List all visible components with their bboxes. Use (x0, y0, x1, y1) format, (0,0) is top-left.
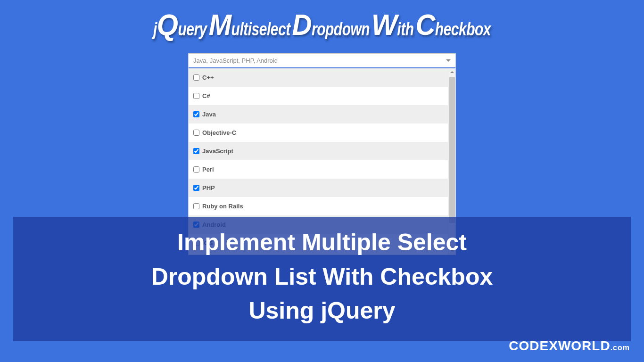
option-checkbox[interactable] (193, 74, 199, 81)
title-w4-big: W (372, 7, 397, 42)
dropdown-option[interactable]: C++ (189, 68, 448, 87)
scroll-up-arrow-icon[interactable] (448, 68, 455, 76)
option-checkbox[interactable] (193, 185, 199, 191)
dropdown-option[interactable]: PHP (189, 179, 448, 197)
title-w5-rest: heckbox (435, 19, 491, 40)
page-title: jQuery Multiselect Dropdown With Checkbo… (0, 0, 644, 40)
brand-suffix: .com (611, 344, 630, 352)
option-label: C# (202, 92, 210, 99)
title-w1-rest: uery (178, 19, 206, 40)
option-label: Ruby on Rails (202, 203, 243, 210)
subtitle-banner: Implement Multiple Select Dropdown List … (13, 217, 631, 341)
title-w4-rest: ith (397, 19, 413, 40)
banner-line-3: Using jQuery (23, 294, 621, 328)
banner-line-2: Dropdown List With Checkbox (23, 260, 621, 294)
option-checkbox[interactable] (193, 203, 199, 209)
title-w1-small: j (153, 19, 157, 40)
chevron-down-icon (446, 59, 451, 62)
title-w2-rest: ultiselect (231, 19, 290, 40)
option-label: Java (202, 111, 216, 118)
option-checkbox[interactable] (193, 111, 199, 117)
brand-main: CODEXWORLD (509, 338, 610, 353)
option-checkbox[interactable] (193, 93, 199, 99)
dropdown-option[interactable]: Objective-C (189, 123, 448, 142)
option-label: JavaScript (202, 148, 233, 155)
option-checkbox[interactable] (193, 148, 199, 154)
dropdown-option[interactable]: Ruby on Rails (189, 197, 448, 215)
dropdown-option[interactable]: C# (189, 87, 448, 105)
title-w5-big: C (415, 7, 435, 42)
option-label: PHP (202, 184, 215, 191)
title-w1-big: Q (157, 7, 178, 42)
brand-logo: CODEXWORLD.com (509, 338, 630, 354)
option-label: Perl (202, 166, 214, 173)
title-w3-big: D (292, 7, 312, 42)
option-label: Objective-C (202, 129, 236, 136)
title-w2-big: M (209, 7, 231, 42)
option-checkbox[interactable] (193, 166, 199, 173)
dropdown-option[interactable]: Perl (189, 160, 448, 179)
title-w3-rest: ropdown (312, 19, 370, 40)
banner-line-1: Implement Multiple Select (23, 225, 621, 260)
dropdown-toggle[interactable]: Java, JavaScript, PHP, Android (189, 54, 455, 68)
dropdown-selected-text: Java, JavaScript, PHP, Android (193, 57, 278, 64)
option-label: C++ (202, 74, 214, 81)
scroll-thumb[interactable] (449, 77, 455, 223)
dropdown-option[interactable]: JavaScript (189, 142, 448, 160)
dropdown-option[interactable]: Java (189, 105, 448, 123)
option-checkbox[interactable] (193, 130, 199, 136)
